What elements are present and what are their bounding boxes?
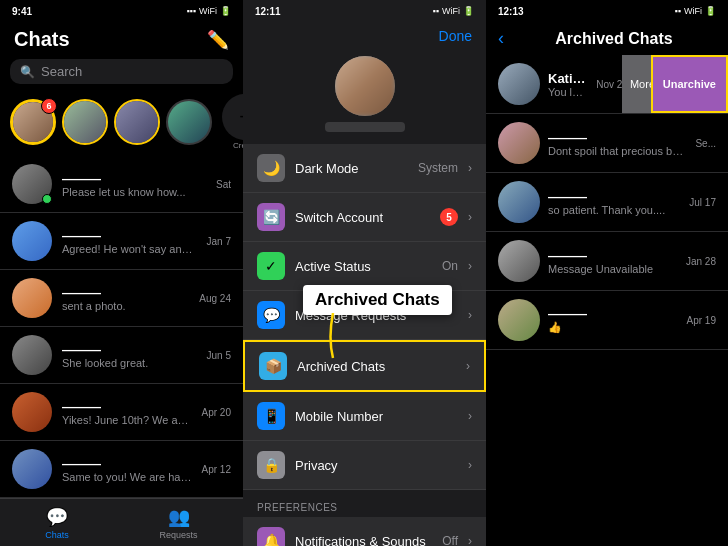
chat-item[interactable]: ——— Yikes! June 10th? We are ex... Apr 2… [0, 384, 243, 441]
chat-preview: She looked great. [62, 357, 197, 369]
status-bar-1: 9:41 ▪▪▪ WiFi 🔋 [0, 0, 243, 22]
wifi-icon-2: WiFi [442, 6, 460, 16]
chat-time: Apr 20 [202, 407, 231, 418]
story-avatar-0[interactable]: 6 [10, 99, 56, 145]
archived-preview: Message Unavailable [548, 263, 678, 275]
privacy-label: Privacy [295, 458, 458, 473]
archived-chat-item[interactable]: Katie, Anna, Michael, Richard You left t… [486, 55, 728, 114]
wifi-icon: WiFi [199, 6, 217, 16]
chat-item[interactable]: ——— Agreed! He won't say anything... Jan… [0, 213, 243, 270]
archived-name: ——— [548, 130, 687, 145]
chat-time: Jan 7 [207, 236, 231, 247]
archived-avatar [498, 240, 540, 282]
story-avatar-3[interactable] [166, 99, 212, 145]
edit-icon[interactable]: ✏️ [207, 29, 229, 51]
chat-list: ——— Please let us know how... Sat ——— Ag… [0, 156, 243, 498]
archived-preview: so patient. Thank you.... [548, 204, 681, 216]
dark-mode-value: System [418, 161, 458, 175]
settings-mobile-number[interactable]: 📱 Mobile Number › [243, 392, 486, 441]
status-icons-3: ▪▪ WiFi 🔋 [675, 6, 716, 16]
archived-preview: 👍 [548, 321, 679, 334]
chats-title: Chats [14, 28, 70, 51]
chat-preview: Please let us know how... [62, 186, 206, 198]
status-time-3: 12:13 [498, 6, 524, 17]
archived-chats-icon: 📦 [259, 352, 287, 380]
chat-content: ——— Please let us know how... [62, 171, 206, 198]
done-button[interactable]: Done [439, 28, 472, 44]
chevron-icon: › [468, 210, 472, 224]
chat-name: ——— [62, 456, 192, 471]
settings-switch-account[interactable]: 🔄 Switch Account 5 › [243, 193, 486, 242]
profile-section [243, 48, 486, 144]
chat-avatar [12, 335, 52, 375]
switch-account-label: Switch Account [295, 210, 430, 225]
chat-item[interactable]: ——— sent a photo. Aug 24 [0, 270, 243, 327]
archived-chat-item[interactable]: ——— 👍 Apr 19 [486, 291, 728, 350]
back-button[interactable]: ‹ [498, 28, 504, 49]
unarchive-label: Unarchive [663, 78, 716, 90]
chevron-icon: › [468, 259, 472, 273]
chat-item[interactable]: ——— She looked great. Jun 5 [0, 327, 243, 384]
unarchive-button[interactable]: Unarchive [651, 55, 728, 113]
archived-content: Katie, Anna, Michael, Richard You left t… [548, 71, 588, 98]
archived-preview: You left the group. [548, 86, 588, 98]
notifications-icon: 🔔 [257, 527, 285, 546]
chevron-icon: › [468, 458, 472, 472]
archived-name: Katie, Anna, Michael, Richard [548, 71, 588, 86]
settings-archived-chats[interactable]: 📦 Archived Chats › [243, 340, 486, 392]
settings-notifications[interactable]: 🔔 Notifications & Sounds Off › [243, 517, 486, 546]
chat-avatar [12, 221, 52, 261]
status-icons-2: ▪▪ WiFi 🔋 [433, 6, 474, 16]
chevron-icon: › [468, 409, 472, 423]
archived-chat-item[interactable]: ——— Dont spoil that precious baby... Se.… [486, 114, 728, 173]
chats-nav-label: Chats [45, 530, 69, 540]
stories-row: 6 + Create [0, 90, 243, 156]
signal-icon-3: ▪▪ [675, 6, 681, 16]
chat-name: ——— [62, 285, 189, 300]
profile-avatar [335, 56, 395, 116]
archived-content: ——— Dont spoil that precious baby... [548, 130, 687, 157]
mobile-number-label: Mobile Number [295, 409, 458, 424]
settings-dark-mode[interactable]: 🌙 Dark Mode System › [243, 144, 486, 193]
archived-time: Jul 17 [689, 197, 716, 208]
story-avatar-1[interactable] [62, 99, 108, 145]
archived-avatar [498, 181, 540, 223]
chat-item[interactable]: ——— Same to you! We are having... Apr 12 [0, 441, 243, 498]
chevron-icon: › [468, 308, 472, 322]
chat-content: ——— She looked great. [62, 342, 197, 369]
chats-header: Chats ✏️ [0, 22, 243, 55]
settings-nav: Done [243, 22, 486, 48]
search-icon: 🔍 [20, 65, 35, 79]
switch-account-badge: 5 [440, 208, 458, 226]
search-bar[interactable]: 🔍 Search [10, 59, 233, 84]
nav-requests[interactable]: 👥 Requests [160, 506, 198, 540]
chat-item[interactable]: ——— Please let us know how... Sat [0, 156, 243, 213]
archived-chat-item[interactable]: ——— so patient. Thank you.... Jul 17 [486, 173, 728, 232]
notifications-label: Notifications & Sounds [295, 534, 432, 547]
chat-avatar [12, 278, 52, 318]
create-story-button[interactable]: + [222, 94, 243, 140]
settings-privacy[interactable]: 🔒 Privacy › [243, 441, 486, 490]
message-requests-icon: 💬 [257, 301, 285, 329]
archived-chat-item[interactable]: ——— Message Unavailable Jan 28 [486, 232, 728, 291]
create-label: Create [233, 141, 243, 150]
archived-avatar [498, 299, 540, 341]
bottom-nav: 💬 Chats 👥 Requests [0, 498, 243, 546]
requests-nav-label: Requests [160, 530, 198, 540]
archived-name: ——— [548, 189, 681, 204]
status-bar-2: 12:11 ▪▪ WiFi 🔋 [243, 0, 486, 22]
chat-content: ——— Yikes! June 10th? We are ex... [62, 399, 192, 426]
battery-icon-2: 🔋 [463, 6, 474, 16]
search-input[interactable]: Search [41, 64, 82, 79]
story-avatar-2[interactable] [114, 99, 160, 145]
nav-chats[interactable]: 💬 Chats [45, 506, 69, 540]
chats-panel: 9:41 ▪▪▪ WiFi 🔋 Chats ✏️ 🔍 Search 6 [0, 0, 243, 546]
chat-preview: Agreed! He won't say anything... [62, 243, 197, 255]
profile-name [325, 122, 405, 132]
privacy-icon: 🔒 [257, 451, 285, 479]
mobile-number-icon: 📱 [257, 402, 285, 430]
settings-active-status[interactable]: ✓ Active Status On › [243, 242, 486, 291]
archived-time: Se... [695, 138, 716, 149]
archived-content: ——— so patient. Thank you.... [548, 189, 681, 216]
status-time-1: 9:41 [12, 6, 32, 17]
